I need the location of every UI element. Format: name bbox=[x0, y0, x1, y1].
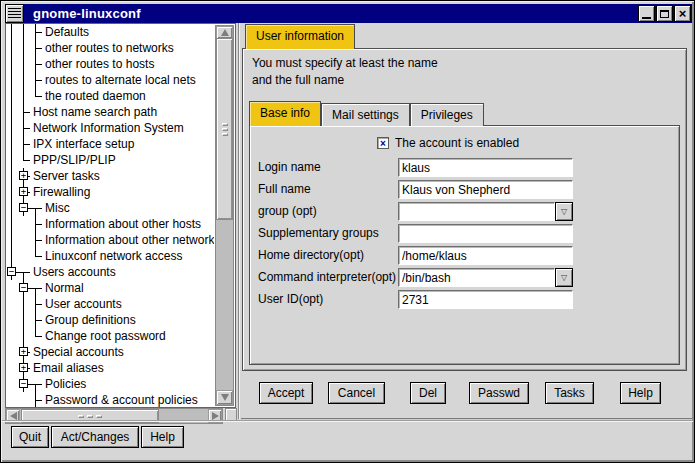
tree-item-information-about-other-hosts[interactable]: Information about other hosts bbox=[45, 217, 201, 231]
expand-plus-icon[interactable]: + bbox=[19, 347, 28, 356]
tree-item[interactable]: Defaults bbox=[6, 24, 214, 40]
tab-base-info[interactable]: Base info bbox=[249, 101, 321, 126]
tree-item-network-information-system[interactable]: Network Information System bbox=[33, 121, 184, 135]
tasks-button[interactable]: Tasks bbox=[545, 382, 594, 404]
tree-item[interactable]: IPX interface setup bbox=[6, 136, 214, 152]
tree-item[interactable]: PPP/SLIP/PLIP bbox=[6, 152, 214, 168]
tree-item-the-routed-daemon[interactable]: the routed daemon bbox=[45, 89, 146, 103]
tree-item[interactable]: −Users accounts bbox=[6, 264, 214, 280]
command-interpreter-opt-input[interactable] bbox=[398, 268, 555, 287]
tree-expander[interactable]: − bbox=[6, 264, 18, 280]
del-button[interactable]: Del bbox=[410, 382, 446, 404]
command-interpreter-opt-dropdown-button[interactable]: ▽ bbox=[555, 268, 573, 287]
tree-item[interactable]: +Special accounts bbox=[6, 344, 214, 360]
window-title: gnome-linuxconf bbox=[33, 6, 141, 21]
tree-item-misc[interactable]: Misc bbox=[45, 201, 70, 215]
tree-item-defaults[interactable]: Defaults bbox=[45, 25, 89, 39]
accept-button[interactable]: Accept bbox=[259, 382, 313, 404]
collapse-minus-icon[interactable]: − bbox=[19, 283, 28, 292]
passwd-button[interactable]: Passwd bbox=[469, 382, 529, 404]
home-directory-opt-input[interactable] bbox=[398, 246, 573, 265]
tree-item-firewalling[interactable]: Firewalling bbox=[33, 185, 90, 199]
tab-mail-settings[interactable]: Mail settings bbox=[321, 103, 410, 126]
tree-expander[interactable]: + bbox=[18, 168, 30, 184]
help-button[interactable]: Help bbox=[620, 382, 661, 404]
expand-plus-icon[interactable]: + bbox=[19, 363, 28, 372]
tree-item-linuxconf-network-access[interactable]: Linuxconf network access bbox=[45, 249, 182, 263]
tree-item-information-about-other-networks[interactable]: Information about other networks bbox=[45, 233, 214, 247]
maximize-button[interactable] bbox=[656, 5, 673, 22]
tree-item[interactable]: Information about other hosts bbox=[6, 216, 214, 232]
tree-item[interactable]: −Normal bbox=[6, 280, 214, 296]
close-button[interactable]: × bbox=[674, 5, 691, 22]
vertical-scrollbar-thumb[interactable] bbox=[216, 38, 233, 220]
full-name-input[interactable] bbox=[398, 180, 573, 199]
tree-item-routes-to-alternate-local-nets[interactable]: routes to alternate local nets bbox=[45, 73, 196, 87]
tree-item-other-routes-to-hosts[interactable]: other routes to hosts bbox=[45, 57, 154, 71]
tree-item-host-name-search-path[interactable]: Host name search path bbox=[33, 105, 157, 119]
tree-item[interactable]: other routes to hosts bbox=[6, 56, 214, 72]
tree-item[interactable]: Information about other networks bbox=[6, 232, 214, 248]
tree-item-other-routes-to-networks[interactable]: other routes to networks bbox=[45, 41, 174, 55]
act-changes-bottom-button[interactable]: Act/Changes bbox=[51, 426, 139, 448]
tree-expander[interactable]: − bbox=[18, 376, 30, 392]
field-label-full-name: Full name bbox=[258, 180, 311, 199]
tree-item-group-definitions[interactable]: Group definitions bbox=[45, 313, 136, 327]
tree-item[interactable]: Change root password bbox=[6, 328, 214, 344]
field-label-login-name: Login name bbox=[258, 158, 321, 177]
tree-item-change-root-password[interactable]: Change root password bbox=[45, 329, 166, 343]
tree-item-ipx-interface-setup[interactable]: IPX interface setup bbox=[33, 137, 134, 151]
tree-item[interactable]: Group definitions bbox=[6, 312, 214, 328]
tree-item-ppp-slip-plip[interactable]: PPP/SLIP/PLIP bbox=[33, 153, 116, 167]
collapse-minus-icon[interactable]: − bbox=[19, 379, 28, 388]
tree-item-normal[interactable]: Normal bbox=[45, 281, 84, 295]
tree-item[interactable]: +Server tasks bbox=[6, 168, 214, 184]
tree-item[interactable]: −Misc bbox=[6, 200, 214, 216]
tree-item[interactable]: other routes to networks bbox=[6, 40, 214, 56]
tree-item[interactable]: +Email aliases bbox=[6, 360, 214, 376]
tree-item[interactable]: routes to alternate local nets bbox=[6, 72, 214, 88]
tree-item[interactable]: −Policies bbox=[6, 376, 214, 392]
tree-item[interactable]: Linuxconf network access bbox=[6, 248, 214, 264]
tree-item-special-accounts[interactable]: Special accounts bbox=[33, 345, 124, 359]
collapse-minus-icon[interactable]: − bbox=[7, 267, 16, 276]
tree-vertical-scrollbar[interactable] bbox=[215, 25, 234, 406]
tree-item[interactable]: +Firewalling bbox=[6, 184, 214, 200]
tab-user-information[interactable]: User information bbox=[245, 24, 355, 49]
minimize-button[interactable] bbox=[638, 5, 655, 22]
tree-item[interactable]: the routed daemon bbox=[6, 88, 214, 104]
up-arrow-icon bbox=[221, 29, 229, 36]
help-bottom-button[interactable]: Help bbox=[141, 426, 184, 448]
group-opt-dropdown-button[interactable]: ▽ bbox=[555, 202, 573, 221]
quit-bottom-button[interactable]: Quit bbox=[11, 426, 49, 448]
expand-plus-icon[interactable]: + bbox=[19, 171, 28, 180]
tree-item[interactable]: User accounts bbox=[6, 296, 214, 312]
tree-item-password-account-policies[interactable]: Password & account policies bbox=[45, 393, 198, 407]
cancel-button[interactable]: Cancel bbox=[328, 382, 385, 404]
group-opt-input[interactable] bbox=[398, 202, 555, 221]
scroll-down-button[interactable] bbox=[216, 390, 233, 405]
tree-item-server-tasks[interactable]: Server tasks bbox=[33, 169, 100, 183]
tree-item-user-accounts[interactable]: User accounts bbox=[45, 297, 122, 311]
tree-connector bbox=[6, 120, 18, 136]
tree-expander[interactable]: + bbox=[18, 344, 30, 360]
login-name-input[interactable] bbox=[398, 158, 573, 177]
account-enabled-checkbox[interactable]: × bbox=[377, 137, 389, 149]
user-id-opt-input[interactable] bbox=[398, 290, 573, 309]
tree-item-email-aliases[interactable]: Email aliases bbox=[33, 361, 104, 375]
supplementary-groups-input[interactable] bbox=[398, 224, 573, 243]
window-menu-button[interactable] bbox=[5, 4, 24, 23]
tree-item[interactable]: Host name search path bbox=[6, 104, 214, 120]
tree-item-users-accounts[interactable]: Users accounts bbox=[33, 265, 116, 279]
tree-item[interactable]: Network Information System bbox=[6, 120, 214, 136]
tree-expander[interactable]: − bbox=[18, 280, 30, 296]
expand-plus-icon[interactable]: + bbox=[19, 187, 28, 196]
tree-expander[interactable]: + bbox=[18, 360, 30, 376]
tree-connector bbox=[18, 56, 30, 72]
tree-item-policies[interactable]: Policies bbox=[45, 377, 86, 391]
tree-expander[interactable]: − bbox=[18, 200, 30, 216]
tree-item[interactable]: Password & account policies bbox=[6, 392, 214, 407]
tab-privileges[interactable]: Privileges bbox=[410, 103, 484, 126]
tree-expander[interactable]: + bbox=[18, 184, 30, 200]
collapse-minus-icon[interactable]: − bbox=[19, 203, 28, 212]
